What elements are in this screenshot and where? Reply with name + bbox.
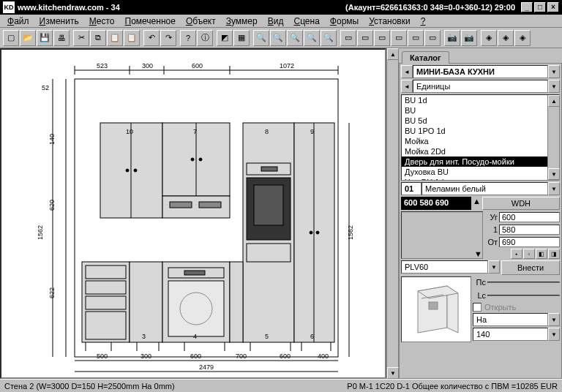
- opt2-icon[interactable]: ▫: [523, 249, 535, 259]
- opt1-icon[interactable]: ▪: [511, 249, 522, 259]
- minimize-button[interactable]: _: [521, 2, 533, 12]
- h-input[interactable]: 690: [499, 237, 560, 247]
- list-item[interactable]: BU 1PO 1d: [402, 126, 547, 136]
- filter-field[interactable]: Единицы: [413, 80, 548, 93]
- view4-icon[interactable]: ▭: [391, 30, 407, 46]
- svg-text:620: 620: [48, 200, 56, 211]
- undo-icon[interactable]: ↶: [143, 30, 160, 46]
- svg-text:8: 8: [265, 128, 269, 135]
- tab-catalog[interactable]: Каталог: [402, 51, 449, 64]
- menu-object[interactable]: Объект: [181, 15, 220, 27]
- misc3-icon[interactable]: ◈: [514, 30, 531, 46]
- menu-marked[interactable]: Помеченное: [121, 15, 180, 27]
- scroll-up-icon[interactable]: ▲: [387, 48, 399, 60]
- side-dropdown-icon[interactable]: ▼: [548, 313, 560, 326]
- tool-b-icon[interactable]: ▦: [233, 30, 250, 46]
- misc1-icon[interactable]: ◈: [481, 30, 497, 46]
- zoom-in-icon[interactable]: 🔍: [253, 30, 269, 46]
- finish-name[interactable]: Меламин белый: [422, 182, 548, 195]
- menu-forms[interactable]: Формы: [326, 15, 363, 27]
- catalog-dropdown-icon[interactable]: ▼: [548, 65, 560, 78]
- menu-settings[interactable]: Установки: [364, 15, 415, 27]
- menu-zoom[interactable]: Зуммер: [222, 15, 262, 27]
- list-item[interactable]: Духовка BU: [402, 167, 547, 177]
- cut-icon[interactable]: ✂: [73, 30, 89, 46]
- print-icon[interactable]: 🖶: [53, 30, 70, 46]
- dim-down-icon[interactable]: ▼: [474, 249, 482, 258]
- wdh-button[interactable]: WDH: [482, 197, 560, 210]
- list-item[interactable]: Мойка: [402, 136, 547, 146]
- filter-dropdown-icon[interactable]: ▼: [548, 80, 560, 93]
- list-item[interactable]: BU 5d: [402, 116, 547, 126]
- menu-scene[interactable]: Сцена: [289, 15, 323, 27]
- list-scroll-down-icon[interactable]: ▼: [548, 168, 560, 180]
- svg-text:1562: 1562: [347, 225, 354, 240]
- list-item[interactable]: Угл. BU 1d: [402, 177, 547, 180]
- list-item[interactable]: Мойка 2Dd: [402, 146, 547, 157]
- view1-icon[interactable]: ▭: [340, 30, 356, 46]
- svg-rect-38: [247, 244, 291, 262]
- maximize-button[interactable]: □: [534, 2, 546, 12]
- svg-point-23: [134, 169, 137, 172]
- qty-dropdown-icon[interactable]: ▼: [548, 328, 560, 341]
- pl-input[interactable]: [487, 282, 560, 283]
- qty-field[interactable]: 140: [473, 328, 548, 341]
- tool-a-icon[interactable]: ◩: [217, 30, 233, 46]
- menu-help[interactable]: ?: [416, 15, 430, 27]
- dim-up-icon[interactable]: ▲: [473, 197, 481, 210]
- model-field[interactable]: PLV60: [401, 260, 488, 274]
- catalog-prev-icon[interactable]: ◄: [401, 65, 413, 78]
- info-icon[interactable]: ⓘ: [197, 30, 213, 46]
- camera-icon[interactable]: 📷: [444, 30, 460, 46]
- view6-icon[interactable]: ▭: [424, 30, 441, 46]
- paste2-icon[interactable]: 📋: [124, 30, 140, 46]
- menu-place[interactable]: Место: [85, 15, 119, 27]
- paste-icon[interactable]: 📋: [107, 30, 123, 46]
- list-item[interactable]: Дверь для инт. Посудо-мойки: [402, 157, 547, 167]
- save-icon[interactable]: 💾: [37, 30, 53, 46]
- svg-text:400: 400: [318, 353, 329, 360]
- l-input[interactable]: [487, 295, 560, 296]
- redo-icon[interactable]: ↷: [160, 30, 176, 46]
- list-item[interactable]: BU 1d: [402, 95, 547, 105]
- menu-view[interactable]: Вид: [263, 15, 288, 27]
- zoom-fit-icon[interactable]: 🔍: [287, 30, 303, 46]
- list-scroll-up-icon[interactable]: ▲: [548, 95, 560, 107]
- catalog-name[interactable]: МИНИ-БАЗА КУХНИ: [413, 65, 548, 78]
- insert-button[interactable]: Внести: [501, 260, 560, 275]
- canvas-scrollbar-v[interactable]: ▲ ▼: [386, 48, 398, 379]
- camera2-icon[interactable]: 📷: [461, 30, 477, 46]
- account-info: (Акаунт=626616363:0 348=0-0+360-12) 29:0…: [345, 3, 515, 12]
- finish-dropdown-icon[interactable]: ▼: [548, 182, 560, 195]
- w-input[interactable]: 600: [499, 212, 560, 222]
- drawing-canvas[interactable]: 523 300 600 1072 52 140 620 622 1562 156…: [0, 48, 386, 379]
- close-button[interactable]: ×: [547, 2, 559, 12]
- help-icon[interactable]: ?: [180, 30, 196, 46]
- menu-file[interactable]: Файл: [3, 15, 34, 27]
- finish-code: 01: [401, 182, 422, 195]
- filter-prev-icon[interactable]: ◄: [401, 80, 413, 93]
- side-field[interactable]: На: [473, 313, 548, 326]
- zoom-all-icon[interactable]: 🔍: [321, 30, 337, 46]
- zoom-out-icon[interactable]: 🔍: [270, 30, 286, 46]
- open-icon[interactable]: 📂: [20, 30, 36, 46]
- zoom-win-icon[interactable]: 🔍: [304, 30, 320, 46]
- app-icon: KD: [3, 1, 15, 13]
- new-icon[interactable]: ▢: [3, 30, 19, 46]
- list-item[interactable]: BU: [402, 105, 547, 116]
- model-dropdown-icon[interactable]: ▼: [488, 260, 500, 274]
- copy-icon[interactable]: ⧉: [90, 30, 106, 46]
- menu-edit[interactable]: Изменить: [35, 15, 83, 27]
- opt3-icon[interactable]: ◧: [536, 249, 547, 259]
- view2-icon[interactable]: ▭: [357, 30, 373, 46]
- d-input[interactable]: 580: [499, 225, 560, 235]
- svg-point-22: [126, 169, 129, 172]
- listbox-scrollbar[interactable]: ▲ ▼: [547, 95, 559, 180]
- opt4-icon[interactable]: ◨: [548, 249, 560, 259]
- scroll-down-icon[interactable]: ▼: [387, 367, 399, 379]
- open-checkbox[interactable]: Открыть: [473, 303, 560, 312]
- items-listbox[interactable]: BU 1dBUBU 5dBU 1PO 1dМойкаМойка 2DdДверь…: [401, 94, 560, 181]
- view3-icon[interactable]: ▭: [374, 30, 390, 46]
- view5-icon[interactable]: ▭: [408, 30, 424, 46]
- misc2-icon[interactable]: ◈: [498, 30, 514, 46]
